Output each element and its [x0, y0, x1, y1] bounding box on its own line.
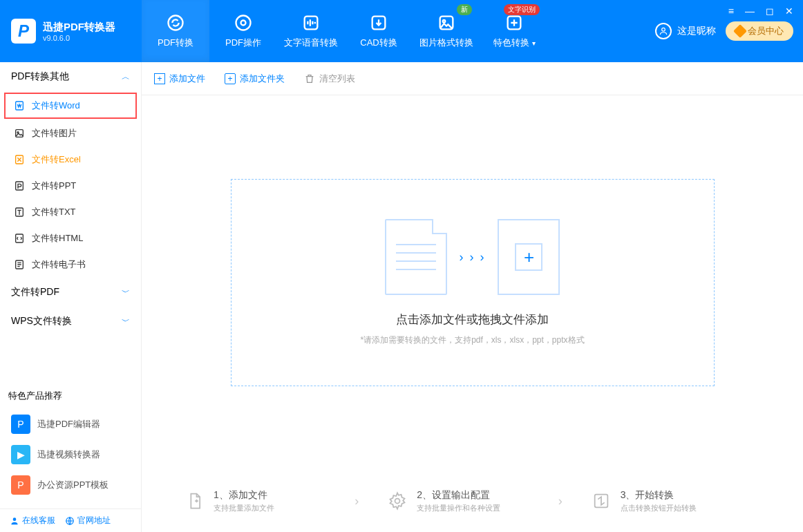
- close-button[interactable]: ✕: [785, 6, 793, 17]
- plus-icon: +: [154, 73, 165, 84]
- svg-point-19: [395, 499, 400, 504]
- sidebar: PDF转换其他 ︿ 文件转Word 文件转图片 文件转Excel 文件转PPT …: [0, 62, 142, 532]
- chevron-down-icon: ﹀: [122, 287, 130, 298]
- drop-zone[interactable]: › › › + 点击添加文件或拖拽文件添加 *请添加需要转换的文件，支持pdf，…: [231, 179, 715, 386]
- logo-area: P 迅捷PDF转换器 v9.0.6.0: [0, 0, 142, 62]
- item-label: 文件转PPT: [32, 180, 76, 192]
- svg-point-1: [236, 16, 251, 30]
- tab-image-format[interactable]: 新 图片格式转换: [413, 0, 480, 62]
- convert-icon: [590, 490, 612, 512]
- ebook-icon: [14, 259, 25, 270]
- tab-text-audio[interactable]: 文字语音转换: [277, 0, 345, 62]
- promo-pdf-editor[interactable]: P 迅捷PDF编辑器: [8, 409, 133, 439]
- group-title: 文件转PDF: [11, 286, 59, 298]
- word-icon: [14, 100, 25, 111]
- app-name: 迅捷PDF转换器: [43, 21, 115, 34]
- ppt-template-icon: P: [11, 475, 30, 495]
- sidebar-group-wps[interactable]: WPS文件转换 ﹀: [0, 307, 141, 336]
- avatar-icon: [655, 23, 672, 39]
- svg-point-17: [13, 517, 17, 521]
- step-title: 2、设置输出配置: [417, 489, 500, 502]
- tab-pdf-convert[interactable]: PDF转换: [142, 0, 209, 62]
- svg-point-0: [169, 16, 183, 30]
- folder-plus-icon: +: [225, 73, 236, 84]
- file-plus-icon: [183, 490, 205, 512]
- toolbar: + 添加文件 + 添加文件夹 清空列表: [142, 62, 803, 95]
- maximize-button[interactable]: ◻: [766, 6, 774, 17]
- dropzone-title: 点击添加文件或拖拽文件添加: [396, 312, 549, 327]
- tab-special[interactable]: 文字识别 特色转换▾: [480, 0, 548, 62]
- link-label: 在线客服: [22, 515, 55, 526]
- step-1: 1、添加文件 支持批量添加文件: [183, 489, 355, 513]
- nav-tabs: PDF转换 PDF操作 文字语音转换 CAD转换 新 图片格式转换 文字识别 特…: [142, 0, 548, 62]
- tab-label: CAD转换: [360, 37, 397, 49]
- promo-section: 特色产品推荐 P 迅捷PDF编辑器 ▶ 迅捷视频转换器 P 办公资源PPT模板: [0, 381, 141, 509]
- promo-label: 办公资源PPT模板: [37, 479, 108, 491]
- group-title: PDF转换其他: [11, 70, 69, 83]
- tab-cad[interactable]: CAD转换: [345, 0, 413, 62]
- add-folder-button[interactable]: + 添加文件夹: [225, 73, 285, 85]
- vip-button[interactable]: 会员中心: [726, 21, 793, 41]
- sidebar-bottom: 在线客服 官网地址: [0, 509, 141, 532]
- sparkle-icon: [504, 13, 524, 32]
- sidebar-item-to-image[interactable]: 文件转图片: [0, 120, 141, 146]
- clear-list-button[interactable]: 清空列表: [304, 73, 355, 85]
- promo-title: 特色产品推荐: [8, 390, 133, 402]
- btn-label: 清空列表: [319, 73, 355, 85]
- chevron-down-icon: ﹀: [122, 316, 130, 327]
- new-badge: 新: [457, 4, 472, 15]
- step-title: 3、开始转换: [621, 489, 697, 502]
- chevron-right-icon: ›: [558, 494, 590, 509]
- sidebar-group-to-pdf[interactable]: 文件转PDF ﹀: [0, 278, 141, 307]
- chevron-up-icon: ︿: [122, 71, 130, 83]
- promo-label: 迅捷PDF编辑器: [37, 418, 100, 430]
- sidebar-item-to-ppt[interactable]: 文件转PPT: [0, 173, 141, 199]
- promo-video-converter[interactable]: ▶ 迅捷视频转换器: [8, 439, 133, 470]
- steps-bar: 1、添加文件 支持批量添加文件 › 2、设置输出配置 支持批量操作和各种设置 ›: [142, 470, 803, 532]
- user-area[interactable]: 这是昵称: [655, 23, 716, 39]
- sidebar-item-to-ebook[interactable]: 文件转电子书: [0, 251, 141, 278]
- item-label: 文件转图片: [32, 127, 77, 140]
- pdf-editor-icon: P: [11, 415, 30, 434]
- item-label: 文件转Excel: [32, 153, 81, 166]
- app-version: v9.0.6.0: [43, 34, 115, 42]
- tab-label: PDF操作: [225, 37, 261, 49]
- window-controls: ≡ — ◻ ✕: [728, 6, 793, 17]
- sidebar-item-to-txt[interactable]: 文件转TXT: [0, 199, 141, 225]
- header: P 迅捷PDF转换器 v9.0.6.0 PDF转换 PDF操作 文字语音转换 C…: [0, 0, 803, 62]
- html-icon: [14, 233, 25, 244]
- btn-label: 添加文件夹: [240, 73, 285, 85]
- add-file-button[interactable]: + 添加文件: [154, 73, 205, 85]
- chevron-down-icon: ▾: [532, 39, 536, 47]
- svg-point-6: [443, 20, 446, 23]
- menu-button[interactable]: ≡: [728, 6, 734, 17]
- tab-label: 文字语音转换: [284, 37, 338, 49]
- sidebar-item-to-html[interactable]: 文件转HTML: [0, 225, 141, 251]
- sidebar-group-pdf-to-other[interactable]: PDF转换其他 ︿: [0, 62, 141, 91]
- item-label: 文件转电子书: [32, 258, 86, 271]
- excel-icon: [14, 154, 25, 165]
- online-support-link[interactable]: 在线客服: [10, 515, 55, 526]
- item-label: 文件转TXT: [32, 206, 76, 218]
- image-icon: [14, 128, 25, 139]
- sidebar-item-to-excel[interactable]: 文件转Excel: [0, 146, 141, 173]
- ppt-icon: [14, 180, 25, 191]
- dropzone-subtitle: *请添加需要转换的文件，支持pdf，xls，xlsx，ppt，pptx格式: [360, 334, 584, 346]
- svg-rect-13: [16, 182, 23, 190]
- download-icon: [369, 13, 388, 32]
- globe-icon: [65, 516, 75, 526]
- diamond-icon: [733, 24, 747, 38]
- promo-ppt-template[interactable]: P 办公资源PPT模板: [8, 470, 133, 500]
- step-sub: 点击转换按钮开始转换: [621, 503, 697, 513]
- step-sub: 支持批量添加文件: [214, 503, 274, 513]
- sidebar-item-to-word[interactable]: 文件转Word: [4, 93, 137, 119]
- group-title: WPS文件转换: [11, 315, 72, 327]
- promo-label: 迅捷视频转换器: [37, 448, 100, 461]
- video-icon: ▶: [11, 445, 30, 464]
- official-site-link[interactable]: 官网地址: [65, 515, 111, 526]
- chat-icon: [10, 516, 19, 526]
- tab-label: 图片格式转换: [419, 37, 473, 49]
- tab-pdf-ops[interactable]: PDF操作: [209, 0, 277, 62]
- link-label: 官网地址: [77, 515, 111, 526]
- minimize-button[interactable]: —: [745, 6, 755, 17]
